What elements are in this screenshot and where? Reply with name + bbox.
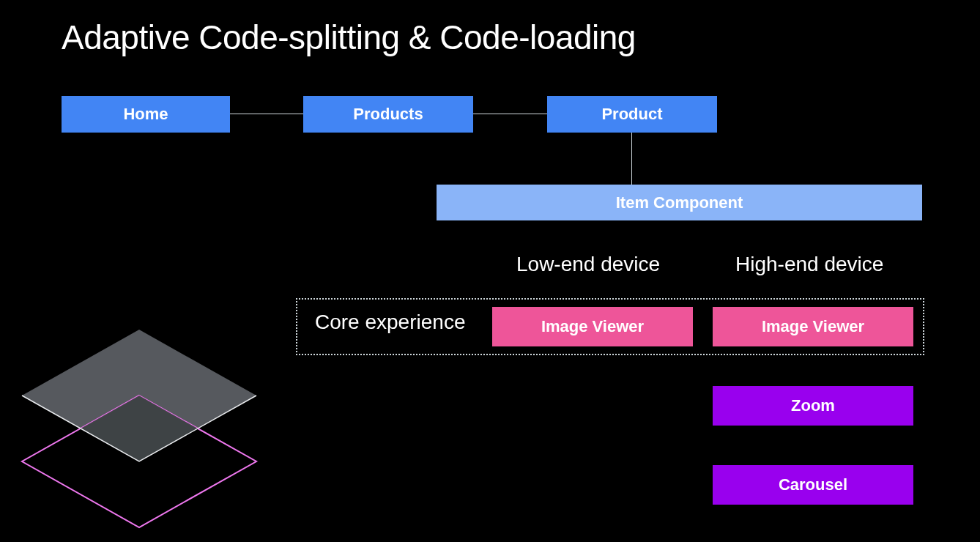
core-experience-label: Core experience [315, 311, 465, 334]
column-label-low-end: Low-end device [516, 253, 660, 276]
connector-line-home-products [230, 114, 303, 114]
connector-line-product-item [631, 133, 632, 185]
slide-title: Adaptive Code-splitting & Code-loading [62, 18, 636, 57]
item-component-bar: Item Component [437, 185, 922, 220]
node-products: Products [303, 96, 473, 133]
node-product: Product [547, 96, 717, 133]
slide: Adaptive Code-splitting & Code-loading H… [0, 0, 980, 542]
column-label-high-end: High-end device [735, 253, 883, 276]
feature-zoom: Zoom [713, 386, 913, 426]
node-home: Home [62, 96, 230, 133]
layers-icon [0, 315, 278, 542]
connector-line-products-product [473, 114, 547, 114]
feature-image-viewer-high: Image Viewer [713, 307, 913, 346]
feature-image-viewer-low: Image Viewer [492, 307, 693, 346]
feature-carousel: Carousel [713, 465, 913, 505]
